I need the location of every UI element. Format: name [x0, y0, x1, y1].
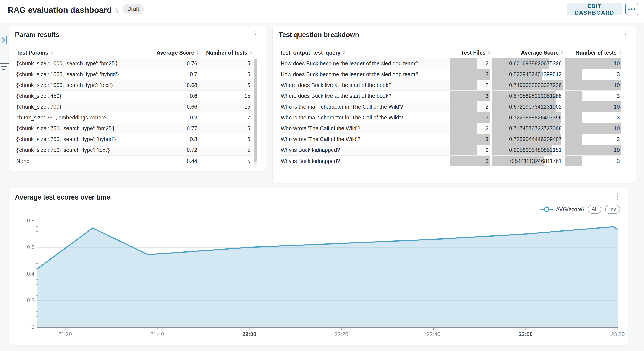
- table-row[interactable]: Where does Buck live at the start of the…: [281, 80, 622, 91]
- cell-test-query[interactable]: Where does Buck live at the start of the…: [281, 80, 450, 90]
- cell-test-files[interactable]: 2: [450, 80, 490, 90]
- table-row[interactable]: How does Buck become the leader of the s…: [281, 69, 622, 80]
- cell-number-of-tests[interactable]: 3: [565, 91, 622, 101]
- more-menu-button[interactable]: •••: [626, 3, 638, 15]
- table-row[interactable]: {'chunk_size': 750, 'search_type': 'bm25…: [16, 123, 252, 134]
- cell-number-of-tests[interactable]: 5: [199, 134, 252, 145]
- legend-item-avg-score[interactable]: AVG(score): [540, 206, 584, 213]
- table-row[interactable]: How does Buck become the leader of the s…: [281, 58, 622, 69]
- cell-test-files[interactable]: 3: [450, 156, 490, 166]
- cell-test-params[interactable]: {'chunk_size': 750, 'search_type': 'bm25…: [16, 123, 146, 134]
- table-row[interactable]: Why is Buck kidnapped?20.625833648086215…: [281, 145, 622, 156]
- cell-number-of-tests[interactable]: 15: [199, 101, 252, 112]
- cell-test-query[interactable]: Why is Buck kidnapped?: [281, 156, 450, 166]
- cell-average-score[interactable]: 0.6: [146, 91, 199, 101]
- card-menu-kebab-icon[interactable]: ⋮: [620, 31, 630, 38]
- table-row[interactable]: Who wrote 'The Call of the Wild'?30.7253…: [281, 134, 622, 145]
- cell-test-query[interactable]: Who is the main character in 'The Call o…: [281, 112, 450, 123]
- cell-average-score[interactable]: 0.5441113246811761: [492, 156, 564, 166]
- cell-number-of-tests[interactable]: 5: [199, 123, 252, 134]
- cell-test-files[interactable]: 2: [450, 101, 490, 112]
- table-row[interactable]: {'chunk_size': 450}0.615: [16, 91, 252, 101]
- line-chart-plot-area[interactable]: [38, 221, 618, 327]
- cell-test-query[interactable]: Who is the main character in 'The Call o…: [281, 101, 450, 112]
- cell-average-score[interactable]: 0.68: [146, 80, 199, 90]
- cell-test-query[interactable]: Who wrote 'The Call of the Wild'?: [281, 134, 450, 145]
- cell-number-of-tests[interactable]: 5: [199, 58, 252, 69]
- cell-test-files[interactable]: 2: [450, 123, 490, 134]
- cell-test-files[interactable]: 2: [450, 58, 490, 69]
- cell-test-params[interactable]: None: [16, 156, 146, 166]
- cell-average-score[interactable]: 0.44: [146, 156, 199, 166]
- legend-all-button[interactable]: All: [588, 205, 601, 214]
- table-row[interactable]: {'chunk_size': 700}0.6615: [16, 101, 252, 112]
- cell-test-params[interactable]: {'chunk_size': 1000, 'search_type': 'hyb…: [16, 69, 146, 80]
- cell-number-of-tests[interactable]: 3: [565, 69, 622, 80]
- cell-average-score[interactable]: 0.6705898212061988: [492, 91, 564, 101]
- table-row[interactable]: Who is the main character in 'The Call o…: [281, 112, 622, 123]
- cell-test-query[interactable]: Who wrote 'The Call of the Wild'?: [281, 123, 450, 134]
- column-header-average-score[interactable]: Average Score: [492, 47, 564, 58]
- cell-test-params[interactable]: {'chunk_size': 700}: [16, 101, 146, 112]
- cell-average-score[interactable]: 0.6016938820675326: [492, 58, 564, 69]
- cell-average-score[interactable]: 0.7229588826497396: [492, 112, 564, 123]
- cell-number-of-tests[interactable]: 10: [565, 123, 622, 134]
- cell-average-score[interactable]: 0.77: [146, 123, 199, 134]
- table-row[interactable]: None0.445: [16, 156, 252, 166]
- cell-number-of-tests[interactable]: 5: [199, 69, 252, 80]
- table-row[interactable]: Who is the main character in 'The Call o…: [281, 101, 622, 112]
- cell-number-of-tests[interactable]: 3: [565, 134, 622, 145]
- cell-test-params[interactable]: {'chunk_size': 750, 'search_type': 'text…: [16, 145, 146, 155]
- column-header-number-of-tests[interactable]: Number of tests: [565, 47, 622, 58]
- cell-test-query[interactable]: How does Buck become the leader of the s…: [281, 69, 450, 80]
- cell-average-score[interactable]: 0.7253044446309407: [492, 134, 564, 145]
- cell-number-of-tests[interactable]: 3: [565, 112, 622, 123]
- collapse-sidebar-icon[interactable]: [0, 35, 9, 46]
- table-row[interactable]: {'chunk_size': 1000, 'search_type': 'tex…: [16, 80, 252, 91]
- cell-number-of-tests[interactable]: 5: [199, 80, 252, 90]
- card-menu-kebab-icon[interactable]: ⋮: [250, 31, 260, 38]
- cell-average-score[interactable]: 0.6721907341231902: [492, 101, 564, 112]
- cell-test-query[interactable]: Why is Buck kidnapped?: [281, 145, 450, 155]
- table-row[interactable]: chunk_size: 750, embeddings:cohere0.217: [16, 112, 252, 123]
- cell-average-score[interactable]: 0.5229452401399612: [492, 69, 564, 80]
- table-row[interactable]: Where does Buck live at the start of the…: [281, 91, 622, 101]
- column-header-average-score[interactable]: Average Score: [146, 47, 199, 58]
- avg-score-area-chart[interactable]: [38, 221, 618, 327]
- table-scrollbar[interactable]: [254, 58, 257, 166]
- cell-average-score[interactable]: 0.7490000003327926: [492, 80, 564, 90]
- cell-number-of-tests[interactable]: 5: [199, 145, 252, 155]
- cell-average-score[interactable]: 0.72: [146, 145, 199, 155]
- table-row[interactable]: Who wrote 'The Call of the Wild'?20.7174…: [281, 123, 622, 134]
- table-row[interactable]: Why is Buck kidnapped?30.544111324681176…: [281, 156, 622, 166]
- cell-number-of-tests[interactable]: 10: [565, 145, 622, 155]
- cell-test-files[interactable]: 3: [450, 91, 490, 101]
- cell-test-params[interactable]: {'chunk_size': 1000, 'search_type': 'tex…: [16, 80, 146, 90]
- cell-test-query[interactable]: Where does Buck live at the start of the…: [281, 91, 450, 101]
- table-row[interactable]: {'chunk_size': 1000, 'search_type': 'bm2…: [16, 58, 252, 69]
- legend-invert-button[interactable]: Inv: [605, 205, 620, 214]
- cell-test-params[interactable]: {'chunk_size': 450}: [16, 91, 146, 101]
- table-row[interactable]: {'chunk_size': 1000, 'search_type': 'hyb…: [16, 69, 252, 80]
- favorite-star-icon[interactable]: ☆: [113, 6, 119, 14]
- cell-test-params[interactable]: {'chunk_size': 750, 'search_type': 'hybr…: [16, 134, 146, 145]
- cell-average-score[interactable]: 0.66: [146, 101, 199, 112]
- cell-test-files[interactable]: 3: [450, 112, 490, 123]
- cell-average-score[interactable]: 0.2: [146, 112, 199, 123]
- cell-number-of-tests[interactable]: 17: [199, 112, 252, 123]
- column-header-test-query[interactable]: test_output_test_query: [281, 47, 450, 58]
- cell-number-of-tests[interactable]: 10: [565, 80, 622, 90]
- filter-icon[interactable]: [0, 62, 10, 74]
- cell-test-files[interactable]: 2: [450, 145, 490, 155]
- cell-number-of-tests[interactable]: 15: [199, 91, 252, 101]
- cell-average-score[interactable]: 0.8: [146, 134, 199, 145]
- scrollbar-thumb[interactable]: [254, 59, 257, 162]
- cell-test-params[interactable]: chunk_size: 750, embeddings:cohere: [16, 112, 146, 123]
- cell-test-params[interactable]: {'chunk_size': 1000, 'search_type': 'bm2…: [16, 58, 146, 69]
- cell-test-files[interactable]: 3: [450, 134, 490, 145]
- cell-average-score[interactable]: 0.76: [146, 58, 199, 69]
- column-header-number-of-tests[interactable]: Number of tests: [199, 47, 252, 58]
- cell-number-of-tests[interactable]: 10: [565, 58, 622, 69]
- cell-test-query[interactable]: How does Buck become the leader of the s…: [281, 58, 450, 69]
- card-menu-kebab-icon[interactable]: ⋮: [612, 193, 622, 200]
